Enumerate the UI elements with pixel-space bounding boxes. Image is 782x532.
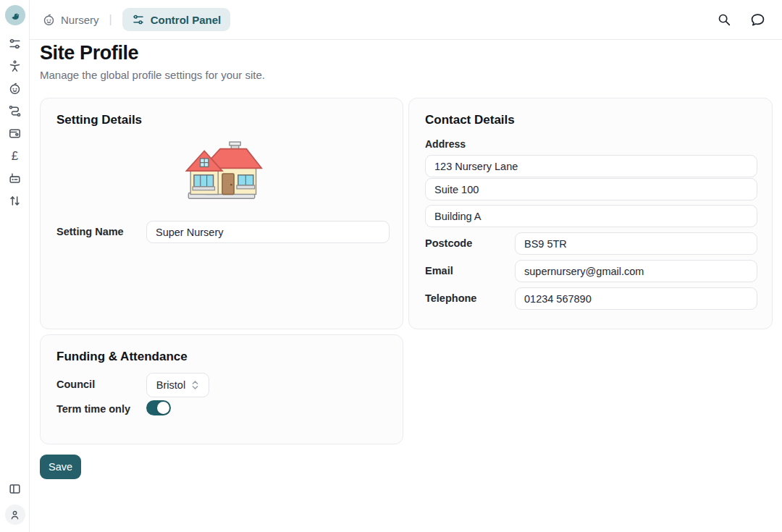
nav-nursery-label: Nursery (61, 14, 99, 26)
user-icon (9, 509, 21, 521)
header-actions (715, 11, 766, 28)
nav-separator: | (109, 13, 112, 26)
accessibility-person-icon[interactable] (6, 59, 25, 73)
top-header: Nursery | Control Panel (30, 0, 782, 40)
address-line2-input[interactable] (425, 178, 757, 200)
breadcrumb: Nursery | Control Panel (42, 8, 230, 31)
wallet-icon[interactable] (6, 126, 25, 140)
nav-control-panel-label: Control Panel (151, 14, 222, 26)
pound-sterling-icon[interactable]: £ (6, 148, 25, 163)
house-icon (179, 140, 264, 204)
baby-icon[interactable] (6, 81, 25, 96)
nav-nursery[interactable]: Nursery (42, 13, 99, 27)
address-label: Address (425, 138, 466, 150)
panel-toggle-icon[interactable] (6, 481, 25, 496)
page-title: Site Profile (40, 42, 138, 64)
sliders-icon[interactable] (6, 36, 25, 51)
contact-details-title: Contact Details (425, 113, 515, 127)
house-illustration (41, 140, 403, 204)
funding-attendance-title: Funding & Attendance (56, 350, 188, 364)
telephone-label: Telephone (425, 292, 476, 304)
page-subtitle: Manage the global profile settings for y… (40, 69, 265, 81)
app-logo[interactable] (5, 5, 25, 25)
search-icon[interactable] (715, 11, 733, 28)
council-label: Council (56, 379, 95, 390)
email-input[interactable] (515, 260, 757, 282)
address-line3-input[interactable] (425, 205, 757, 227)
setting-name-input[interactable] (146, 221, 390, 243)
council-selected-value: Bristol (156, 379, 185, 391)
rail-nav: £ (0, 36, 30, 208)
chat-icon[interactable] (749, 11, 766, 28)
telephone-input[interactable] (515, 287, 757, 310)
bird-logo-icon (9, 9, 22, 22)
user-avatar[interactable] (5, 504, 25, 525)
toggle-knob (157, 402, 169, 414)
nav-control-panel[interactable]: Control Panel (122, 8, 231, 31)
address-line1-input[interactable] (425, 155, 757, 177)
council-select[interactable]: Bristol (146, 373, 209, 397)
setting-details-card: Setting Details Setting Name (40, 98, 403, 329)
postcode-label: Postcode (425, 237, 472, 249)
funding-attendance-card: Funding & Attendance Council Bristol Ter… (40, 334, 403, 444)
sliders-icon (132, 13, 145, 26)
transfers-icon[interactable] (6, 193, 25, 208)
setting-details-title: Setting Details (56, 113, 142, 127)
register-icon[interactable] (6, 171, 25, 185)
chevron-up-down-icon (191, 380, 199, 390)
rail-bottom (0, 481, 30, 525)
baby-icon (42, 13, 56, 27)
term-time-only-toggle[interactable] (146, 400, 171, 415)
route-icon[interactable] (6, 104, 25, 118)
save-button[interactable]: Save (40, 455, 81, 479)
left-rail: £ (0, 0, 30, 532)
setting-name-label: Setting Name (56, 226, 124, 237)
term-time-only-label: Term time only (56, 403, 130, 415)
postcode-input[interactable] (515, 232, 757, 255)
contact-details-card: Contact Details Address Postcode Email T… (408, 98, 773, 329)
email-label: Email (425, 265, 453, 276)
